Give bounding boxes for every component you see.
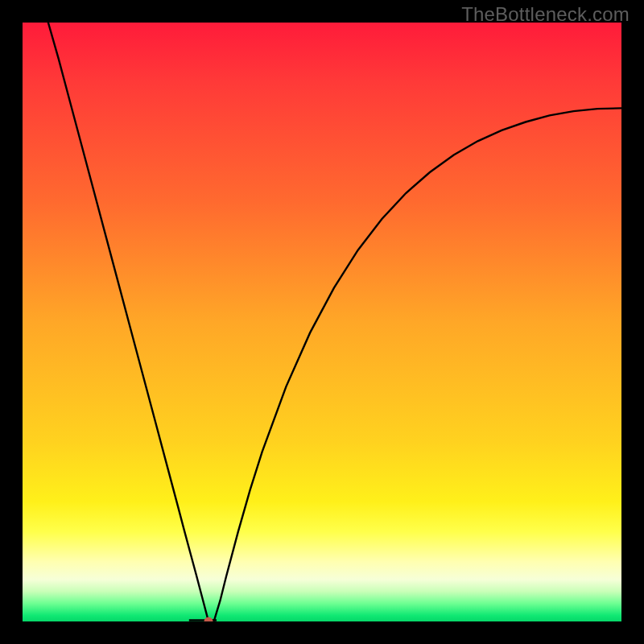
- optimum-marker: [204, 617, 213, 622]
- plot-area: [23, 23, 621, 621]
- watermark-text: TheBottleneck.com: [461, 3, 630, 26]
- chart-frame: TheBottleneck.com: [0, 0, 644, 644]
- bottleneck-curve: [23, 23, 621, 621]
